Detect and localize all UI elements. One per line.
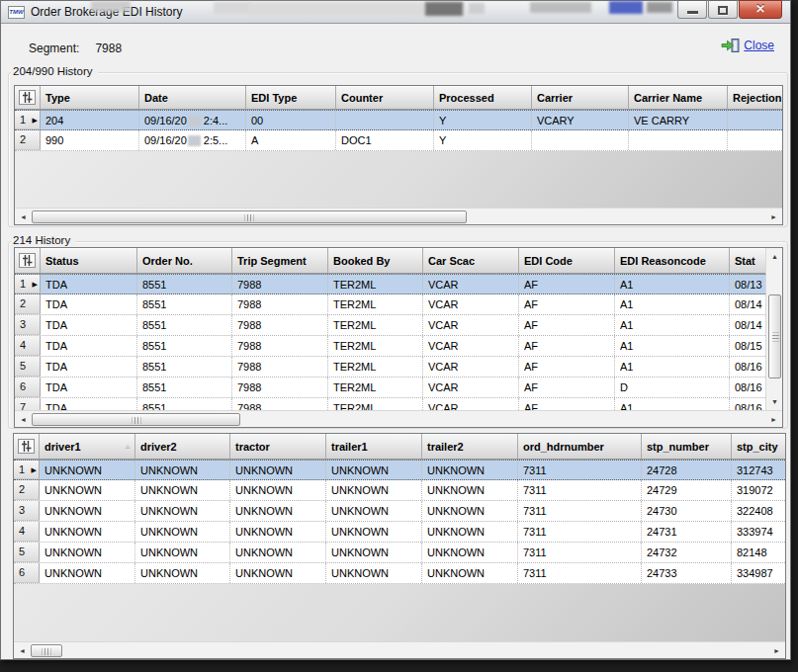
scroll-left-arrow-icon[interactable]: ◄ xyxy=(15,411,32,428)
row-header[interactable]: 1▶ xyxy=(14,461,40,479)
row-header[interactable]: 1▶ xyxy=(15,111,41,129)
column-header-edi-code[interactable]: EDI Code xyxy=(519,248,615,273)
column-header-stp-city[interactable]: stp_city xyxy=(732,434,786,459)
table-cell: UNKNOWN xyxy=(135,461,230,479)
table-row[interactable]: 5UNKNOWNUNKNOWNUNKNOWNUNKNOWNUNKNOWN7311… xyxy=(14,543,785,563)
close-link[interactable]: Close xyxy=(721,38,774,53)
column-header-tractor[interactable]: tractor xyxy=(230,434,326,459)
column-header-carrier[interactable]: Carrier xyxy=(532,86,629,109)
column-header-status[interactable]: Status xyxy=(41,248,137,273)
table-cell: 322408 xyxy=(732,501,785,521)
row-number: 3 xyxy=(20,318,26,330)
table-row[interactable]: 5TDA85517988TER2MLVCARAFA108/16 xyxy=(15,357,765,378)
vertical-scrollbar[interactable]: ▲▼ xyxy=(765,248,782,410)
minimize-button[interactable] xyxy=(677,0,707,19)
column-chooser-button[interactable] xyxy=(15,248,41,273)
table-cell xyxy=(532,130,629,150)
column-header-edi-type[interactable]: EDI Type xyxy=(246,86,336,109)
close-window-button[interactable]: ✕ xyxy=(739,0,782,19)
column-header-stp-number[interactable]: stp_number xyxy=(642,434,732,459)
column-chooser-button[interactable] xyxy=(15,86,41,109)
column-header-label: Stat xyxy=(735,255,755,267)
table-row[interactable]: 1▶UNKNOWNUNKNOWNUNKNOWNUNKNOWNUNKNOWN731… xyxy=(14,460,785,480)
table-cell: UNKNOWN xyxy=(326,522,422,542)
table-cell: TER2ML xyxy=(328,357,423,377)
table-row[interactable]: 6UNKNOWNUNKNOWNUNKNOWNUNKNOWNUNKNOWN7311… xyxy=(14,563,785,584)
table-cell: 24730 xyxy=(642,501,732,521)
table-cell: AF xyxy=(519,357,615,377)
table-row[interactable]: 4TDA85517988TER2MLVCARAFA108/15 xyxy=(15,336,765,357)
column-header-stat[interactable]: Stat xyxy=(730,248,767,273)
table-cell: D xyxy=(615,378,730,397)
row-header[interactable]: 5 xyxy=(15,357,41,377)
table-row[interactable]: 4UNKNOWNUNKNOWNUNKNOWNUNKNOWNUNKNOWN7311… xyxy=(14,522,785,543)
scroll-right-arrow-icon[interactable]: ► xyxy=(768,642,785,659)
row-header[interactable]: 2 xyxy=(15,294,41,314)
column-header-type[interactable]: Type xyxy=(41,86,139,109)
column-header-ord-hdrnumber[interactable]: ord_hdrnumber xyxy=(518,434,642,459)
table-row[interactable]: 299009/16/202:5...ADOC1Y xyxy=(15,130,782,151)
horizontal-scrollbar[interactable]: ◄► xyxy=(14,641,785,658)
column-header-booked-by[interactable]: Booked By xyxy=(328,248,423,273)
column-header-edi-reasoncode[interactable]: EDI Reasoncode xyxy=(615,248,730,273)
table-cell: 82148 xyxy=(732,543,785,562)
scroll-right-arrow-icon[interactable]: ► xyxy=(765,411,782,428)
scroll-up-arrow-icon[interactable]: ▲ xyxy=(766,248,783,265)
scroll-left-arrow-icon[interactable]: ◄ xyxy=(15,209,32,225)
column-header-driver1[interactable]: driver1▵ xyxy=(40,434,135,459)
table-cell: 7311 xyxy=(518,480,642,500)
column-header-driver2[interactable]: driver2 xyxy=(135,434,230,459)
column-header-trailer1[interactable]: trailer1 xyxy=(326,434,422,459)
column-chooser-button[interactable] xyxy=(14,434,40,459)
table-row[interactable]: 3UNKNOWNUNKNOWNUNKNOWNUNKNOWNUNKNOWN7311… xyxy=(14,501,785,522)
row-header[interactable]: 2 xyxy=(15,130,41,150)
horizontal-scrollbar[interactable]: ◄► xyxy=(15,410,782,427)
table-cell xyxy=(728,111,782,129)
row-header[interactable]: 3 xyxy=(15,315,41,335)
column-header-counter[interactable]: Counter xyxy=(336,86,434,109)
column-header-date[interactable]: Date xyxy=(139,86,246,109)
horizontal-scrollbar[interactable]: ◄► xyxy=(15,208,782,224)
column-header-trip-segment[interactable]: Trip Segment xyxy=(232,248,328,273)
column-header-processed[interactable]: Processed xyxy=(434,86,532,109)
row-header[interactable]: 4 xyxy=(15,336,41,356)
row-header[interactable]: 6 xyxy=(15,378,41,397)
row-header[interactable]: 4 xyxy=(14,522,40,542)
table-cell: UNKNOWN xyxy=(422,501,518,521)
vertical-scrollbar-thumb[interactable] xyxy=(768,294,781,378)
horizontal-scrollbar-thumb[interactable] xyxy=(31,644,62,657)
table-row[interactable]: 1▶TDA85517988TER2MLVCARAFA108/13 xyxy=(15,274,765,294)
row-header[interactable]: 1▶ xyxy=(15,275,41,294)
table-cell: 24733 xyxy=(642,563,732,583)
table-row[interactable]: 2TDA85517988TER2MLVCARAFA108/14 xyxy=(15,294,765,315)
row-header[interactable]: 5 xyxy=(14,543,40,562)
table-row[interactable]: 3TDA85517988TER2MLVCARAFA108/14 xyxy=(15,315,765,336)
table-cell: TER2ML xyxy=(328,315,423,335)
column-header-order-no[interactable]: Order No. xyxy=(137,248,232,273)
table-cell: AF xyxy=(519,275,615,294)
column-header-label: trailer1 xyxy=(331,441,368,453)
table-row[interactable]: 1▶20409/16/202:4...00YVCARYVE CARRY xyxy=(15,110,782,130)
row-header[interactable]: 3 xyxy=(14,501,40,521)
horizontal-scrollbar-thumb[interactable] xyxy=(32,210,467,223)
column-header-trailer2[interactable]: trailer2 xyxy=(422,434,518,459)
table-row[interactable]: 6TDA85517988TER2MLVCARAFD08/16 xyxy=(15,378,765,398)
column-header-rejection[interactable]: Rejection xyxy=(728,86,783,109)
row-number: 2 xyxy=(19,483,25,495)
horizontal-scrollbar-thumb[interactable] xyxy=(32,413,240,426)
row-header[interactable]: 2 xyxy=(14,480,40,500)
scroll-left-arrow-icon[interactable]: ◄ xyxy=(14,642,31,659)
scroll-down-arrow-icon[interactable]: ▼ xyxy=(766,393,783,410)
row-header[interactable]: 6 xyxy=(14,563,40,583)
table-cell: UNKNOWN xyxy=(40,501,135,521)
column-header-carrier-name[interactable]: Carrier Name xyxy=(629,86,728,109)
table-row[interactable]: 2UNKNOWNUNKNOWNUNKNOWNUNKNOWNUNKNOWN7311… xyxy=(14,480,785,501)
column-header-label: EDI Reasoncode xyxy=(620,255,706,267)
table-cell: 312743 xyxy=(732,461,785,479)
table-cell: 333974 xyxy=(732,522,785,542)
scroll-right-arrow-icon[interactable]: ► xyxy=(765,209,782,225)
groupbox-204-990-history: 204/990 History TypeDateEDI TypeCounterP… xyxy=(8,72,788,227)
table-cell: 8551 xyxy=(137,357,232,377)
column-header-car-scac[interactable]: Car Scac xyxy=(423,248,519,273)
maximize-button[interactable] xyxy=(708,0,738,19)
